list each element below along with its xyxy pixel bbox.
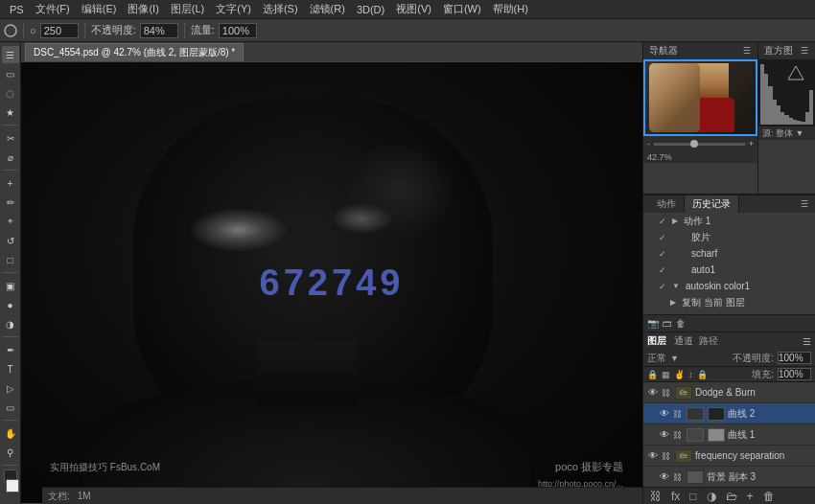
layer-mask-btn[interactable]: □ <box>687 490 699 503</box>
layer-link-btn[interactable]: ⛓ <box>647 490 664 503</box>
eyedropper-tool[interactable]: ⌀ <box>2 149 19 166</box>
background-color[interactable]: ■ <box>6 479 19 493</box>
history-item-auto1[interactable]: ✓ auto1 <box>643 262 815 278</box>
menu-image[interactable]: 图像(I) <box>122 0 164 18</box>
history-label: auto1 <box>684 264 715 275</box>
layer-name: Dodge & Burn <box>695 387 811 398</box>
menu-help[interactable]: 帮助(H) <box>487 0 534 18</box>
layer-name: 曲线 1 <box>728 428 811 442</box>
path-tool[interactable]: ▷ <box>2 379 19 397</box>
menu-3d[interactable]: 3D(D) <box>351 0 390 18</box>
lock-all-icon[interactable]: 🔒 <box>697 370 708 379</box>
shape-tool[interactable]: ▭ <box>2 399 19 416</box>
check-icon: ✓ <box>659 282 668 291</box>
navigator-preview[interactable] <box>643 59 757 136</box>
layer-delete-btn[interactable]: 🗑 <box>760 490 778 503</box>
new-snapshot-btn[interactable]: 📷 <box>647 318 659 329</box>
layer-adj-btn[interactable]: ◑ <box>704 490 719 503</box>
dodge-tool[interactable]: ◑ <box>2 315 19 332</box>
lock-move-icon[interactable]: ↕ <box>688 370 693 379</box>
history-brush-tool[interactable]: ↺ <box>2 232 19 249</box>
blur-tool[interactable]: ● <box>2 296 19 313</box>
group-icon: 🗁 <box>680 388 687 397</box>
move-tool[interactable]: ☰ <box>2 46 19 63</box>
layer-bg-copy3[interactable]: 👁 ⛓ 背景 副本 3 <box>643 467 815 487</box>
layer-group-btn[interactable]: 🗁 <box>723 490 740 503</box>
canvas-content: 672749 poco 摄影专题 http://photo.poco.cn/..… <box>21 62 642 503</box>
crop-tool[interactable]: ✂ <box>2 129 19 147</box>
lock-paint-icon[interactable]: ✌ <box>674 370 685 379</box>
clone-tool[interactable]: ⌖ <box>2 213 19 230</box>
magic-wand-tool[interactable]: ★ <box>2 103 19 121</box>
history-item-autoskin[interactable]: ✓ ▼ autoskin color1 <box>643 278 815 294</box>
gradient-tool[interactable]: ▣ <box>2 277 19 294</box>
eye-icon[interactable]: 👁 <box>659 471 670 483</box>
history-item-scharf[interactable]: ✓ scharf <box>643 245 815 262</box>
eye-icon[interactable]: 👁 <box>659 429 670 441</box>
zoom-tool[interactable]: ⚲ <box>2 444 19 461</box>
eye-icon[interactable]: 👁 <box>647 387 659 399</box>
menu-select[interactable]: 选择(S) <box>257 0 304 18</box>
hand-tool[interactable]: ✋ <box>2 424 19 442</box>
zoom-slider[interactable] <box>654 143 745 146</box>
eye-icon[interactable]: 👁 <box>647 450 659 462</box>
navigator-menu-icon[interactable]: ☰ <box>742 46 752 56</box>
menu-file[interactable]: 文件(F) <box>30 0 76 18</box>
histogram-header: 直方图 ☰ <box>758 42 815 59</box>
poco-watermark: poco 摄影专题 <box>555 460 623 474</box>
zoom-out-icon[interactable]: - <box>647 139 650 149</box>
menu-filter[interactable]: 滤镜(R) <box>304 0 351 18</box>
canvas-tab[interactable]: DSC_4554.psd @ 42.7% (曲线 2, 图层蒙版/8) * <box>25 43 244 61</box>
layer-new-btn[interactable]: + <box>744 490 757 503</box>
layer-link-icon: ⛓ <box>673 409 682 419</box>
lasso-tool[interactable]: ◌ <box>2 84 19 102</box>
layers-menu-icon[interactable]: ☰ <box>803 336 811 347</box>
canvas-container[interactable]: 672749 poco 摄影专题 http://photo.poco.cn/..… <box>21 61 642 504</box>
layer-fx-btn[interactable]: fx <box>668 490 683 503</box>
zoom-in-icon[interactable]: + <box>749 139 754 149</box>
actions-tab[interactable]: 动作 <box>649 195 685 213</box>
brush-size-input[interactable] <box>40 23 79 38</box>
history-content[interactable]: ✓ ▶ 动作 1 ✓ 胶片 ✓ scharf ✓ auto1 <box>643 213 815 314</box>
status-bar: 文档: 1M <box>42 487 642 504</box>
history-tab[interactable]: 历史记录 <box>685 195 739 213</box>
history-item-actions[interactable]: ✓ ▶ 动作 1 <box>643 213 815 229</box>
tool-separator3 <box>3 272 18 273</box>
history-item-copy1[interactable]: ▶ 复制 当前 图层 <box>643 294 815 310</box>
new-doc-btn[interactable]: 🗃 <box>663 318 672 329</box>
chevron-down-icon[interactable]: ▼ <box>670 354 679 363</box>
layers-list[interactable]: 👁 ⛓ 🗁 Dodge & Burn 👁 ⛓ 曲线 2 <box>643 382 815 487</box>
marquee-tool[interactable]: ▭ <box>2 65 19 82</box>
menu-window[interactable]: 窗口(W) <box>437 0 487 18</box>
histogram-menu-icon[interactable]: ☰ <box>800 46 809 56</box>
lock-transparent-icon[interactable]: ▦ <box>662 370 670 379</box>
history-menu-icon[interactable]: ☰ <box>800 199 809 209</box>
layer-thumb <box>687 470 704 484</box>
layer-curve1[interactable]: 👁 ⛓ 曲线 1 <box>643 424 815 446</box>
fill-value-input[interactable] <box>778 368 811 380</box>
layer-curve2[interactable]: 👁 ⛓ 曲线 2 <box>643 403 815 424</box>
opacity-input[interactable] <box>140 23 178 38</box>
layer-group-freq[interactable]: 👁 ⛓ 🗁 frequency separation <box>643 446 815 467</box>
flow-label: 流量: <box>191 23 215 37</box>
delete-state-btn[interactable]: 🗑 <box>676 318 686 329</box>
menu-view[interactable]: 视图(V) <box>390 0 437 18</box>
eraser-tool[interactable]: □ <box>2 251 19 268</box>
eye-icon[interactable]: 👁 <box>659 408 670 420</box>
menu-layer[interactable]: 图层(L) <box>165 0 210 18</box>
menu-text[interactable]: 文字(Y) <box>210 0 257 18</box>
layer-group-dodge[interactable]: 👁 ⛓ 🗁 Dodge & Burn <box>643 382 815 403</box>
menu-ps[interactable]: PS <box>4 0 30 18</box>
histogram-footer: 源: 整体 ▼ <box>758 126 815 140</box>
pen-tool[interactable]: ✒ <box>2 341 19 358</box>
histogram-content <box>758 59 815 126</box>
layer-opacity-input[interactable] <box>778 352 811 364</box>
heal-tool[interactable]: + <box>2 174 19 192</box>
flow-input[interactable] <box>219 23 257 38</box>
history-item-gelatin[interactable]: ✓ 胶片 <box>643 229 815 245</box>
brush-tool[interactable]: ✏ <box>2 194 19 211</box>
face-highlight <box>344 142 456 239</box>
layer-mask-thumb <box>708 428 725 442</box>
menu-edit[interactable]: 编辑(E) <box>76 0 123 18</box>
type-tool[interactable]: T <box>2 360 19 378</box>
